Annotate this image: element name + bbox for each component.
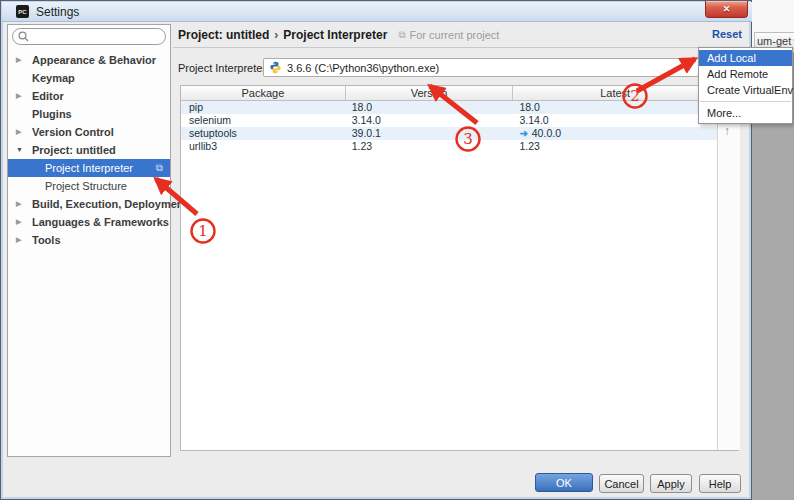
cell-version: 3.14.0: [346, 114, 514, 127]
packages-table: Package Version Latest pip 18.0 18.0 sel…: [181, 86, 718, 450]
sidebar-item-appearance-behavior[interactable]: ▶ Appearance & Behavior: [8, 51, 170, 69]
sidebar-item-build-execution-deployment[interactable]: ▶ Build, Execution, Deployment: [8, 195, 170, 213]
table-row-pip[interactable]: pip 18.0 18.0: [181, 101, 717, 114]
cell-latest: 18.0: [519, 101, 539, 114]
cell-version: 18.0: [346, 101, 514, 114]
sidebar-item-project-untitled[interactable]: ▼ Project: untitled: [8, 141, 170, 159]
sidebar-item-label: Appearance & Behavior: [32, 54, 156, 66]
search-box[interactable]: [12, 28, 166, 45]
settings-dialog: PC Settings ✕ ▶ Appearance & Behavior: [0, 0, 752, 500]
interpreter-dropdown[interactable]: 3.6.6 (C:\Python36\python.exe): [263, 58, 699, 77]
pycharm-app-icon: PC: [16, 5, 29, 18]
upgrade-package-button[interactable]: ↑: [724, 124, 730, 138]
chevron-down-icon: ▼: [16, 141, 26, 159]
sidebar-item-plugins[interactable]: Plugins: [8, 105, 170, 123]
sidebar-item-label: Version Control: [32, 126, 114, 138]
apply-button[interactable]: Apply: [650, 474, 692, 493]
sidebar-item-languages-frameworks[interactable]: ▶ Languages & Frameworks: [8, 213, 170, 231]
cell-package: pip: [181, 101, 346, 114]
partial-dropdown-label: um-get: [757, 35, 791, 47]
breadcrumb-project[interactable]: Project: untitled: [178, 28, 269, 42]
cell-version: 39.0.1: [346, 127, 514, 140]
interpreter-value: 3.6.6 (C:\Python36\python.exe): [287, 62, 439, 74]
interpreter-label: Project Interpreter:: [178, 62, 269, 74]
packages-panel: Package Version Latest pip 18.0 18.0 sel…: [180, 85, 739, 451]
chevron-right-icon: ▶: [16, 213, 26, 231]
cancel-button[interactable]: Cancel: [599, 474, 644, 493]
sidebar-item-tools[interactable]: ▶ Tools: [8, 231, 170, 249]
reset-link[interactable]: Reset: [712, 28, 742, 40]
breadcrumb-separator: ›: [274, 28, 278, 42]
menu-separator: [700, 101, 791, 102]
close-button[interactable]: ✕: [705, 1, 748, 18]
menu-item-more[interactable]: More...: [699, 105, 792, 121]
sidebar-item-label: Languages & Frameworks: [32, 216, 169, 228]
scope-note: ⧉ For current project: [398, 29, 499, 41]
title-bar[interactable]: PC Settings: [2, 2, 752, 22]
sidebar-item-label: Keymap: [32, 72, 75, 84]
page-title: Project Interpreter: [283, 28, 387, 42]
chevron-right-icon: ▶: [16, 195, 26, 213]
breadcrumb: Project: untitled › Project Interpreter …: [178, 28, 499, 42]
sidebar-item-label: Project Interpreter: [45, 162, 133, 174]
settings-tree: ▶ Appearance & Behavior Keymap ▶ Editor …: [8, 51, 170, 249]
chevron-right-icon: ▶: [16, 123, 26, 141]
sidebar-item-project-structure[interactable]: Project Structure: [8, 177, 170, 195]
cell-package: urllib3: [181, 140, 346, 153]
sidebar-item-version-control[interactable]: ▶ Version Control: [8, 123, 170, 141]
sidebar-item-label: Tools: [32, 234, 61, 246]
sidebar-item-editor[interactable]: ▶ Editor: [8, 87, 170, 105]
upgrade-arrow-icon: ➜: [519, 127, 527, 140]
column-header-package[interactable]: Package: [181, 86, 346, 100]
search-input[interactable]: [32, 31, 152, 43]
chevron-right-icon: ▶: [16, 51, 26, 69]
table-header-row: Package Version Latest: [181, 86, 717, 101]
sidebar-item-keymap[interactable]: Keymap: [8, 69, 170, 87]
cell-package: selenium: [181, 114, 346, 127]
cell-latest: 40.0.0: [532, 127, 561, 140]
scope-icon: ⧉: [398, 29, 405, 41]
menu-item-create-virtualenv[interactable]: Create VirtualEnv: [699, 82, 792, 98]
cell-latest: 1.23: [519, 140, 539, 153]
table-row-selenium[interactable]: selenium 3.14.0 3.14.0: [181, 114, 717, 127]
sidebar-item-label: Project: untitled: [32, 144, 116, 156]
chevron-right-icon: ▶: [16, 87, 26, 105]
menu-item-add-remote[interactable]: Add Remote: [699, 66, 792, 82]
sidebar-item-project-interpreter[interactable]: Project Interpreter ⧉: [8, 159, 170, 177]
sidebar-item-label: Project Structure: [45, 180, 127, 192]
window-title: Settings: [36, 5, 79, 19]
column-header-version[interactable]: Version: [346, 86, 514, 100]
chevron-right-icon: ▶: [16, 231, 26, 249]
menu-item-add-local[interactable]: Add Local: [699, 50, 792, 66]
help-button[interactable]: Help: [699, 474, 741, 493]
close-icon: ✕: [723, 4, 731, 14]
ok-button[interactable]: OK: [535, 473, 593, 492]
sidebar-item-label: Plugins: [32, 108, 72, 120]
shared-settings-icon: ⧉: [156, 159, 163, 177]
search-icon: [18, 31, 29, 42]
screenshot-root: um-get ▾ PC Settings ✕ ▶ Appearance &: [0, 0, 794, 500]
column-header-latest[interactable]: Latest: [513, 86, 717, 100]
cell-latest: 3.14.0: [519, 114, 548, 127]
cell-package: setuptools: [181, 127, 346, 140]
sidebar-item-label: Build, Execution, Deployment: [32, 198, 187, 210]
package-toolbar: ↑: [719, 86, 740, 450]
settings-sidebar: ▶ Appearance & Behavior Keymap ▶ Editor …: [7, 24, 171, 457]
cell-version: 1.23: [346, 140, 514, 153]
table-row-setuptools[interactable]: setuptools 39.0.1 ➜ 40.0.0: [181, 127, 717, 140]
table-row-urllib3[interactable]: urllib3 1.23 1.23: [181, 140, 717, 153]
header-divider: [173, 47, 747, 48]
sidebar-item-label: Editor: [32, 90, 64, 102]
scope-note-label: For current project: [410, 29, 500, 41]
python-icon: [269, 61, 282, 74]
add-interpreter-menu: Add Local Add Remote Create VirtualEnv M…: [698, 47, 793, 124]
